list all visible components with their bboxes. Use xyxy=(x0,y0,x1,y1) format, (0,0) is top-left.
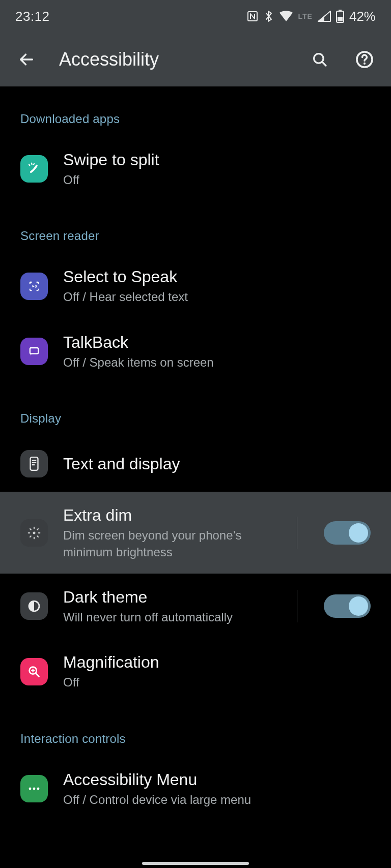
page-title: Accessibility xyxy=(59,49,287,70)
row-dark-theme[interactable]: Dark theme Will never turn off automatic… xyxy=(0,574,391,639)
wifi-icon xyxy=(279,11,293,22)
svg-point-9 xyxy=(33,531,36,534)
svg-point-12 xyxy=(29,788,32,790)
row-subtitle: Off xyxy=(63,172,366,188)
arrow-left-icon xyxy=(18,51,35,68)
select-to-speak-icon xyxy=(20,273,48,300)
search-icon xyxy=(311,51,328,68)
toggle-extra-dim[interactable] xyxy=(324,521,371,545)
signal-icon xyxy=(318,11,331,22)
status-bar: 23:12 LTE 42% xyxy=(0,0,391,33)
row-subtitle: Off xyxy=(63,674,366,691)
battery-percent: 42% xyxy=(349,9,376,24)
row-text-and-display[interactable]: Text and display xyxy=(0,436,391,492)
extra-dim-icon xyxy=(20,519,48,547)
row-extra-dim[interactable]: Extra dim Dim screen beyond your phone’s… xyxy=(0,492,391,574)
swipe-to-split-icon xyxy=(20,155,48,183)
text-display-icon xyxy=(20,450,48,477)
accessibility-menu-icon xyxy=(20,775,48,802)
magnification-icon xyxy=(20,658,48,685)
section-header-downloaded: Downloaded apps xyxy=(0,86,391,136)
svg-rect-8 xyxy=(31,457,38,470)
svg-point-14 xyxy=(37,788,40,790)
bluetooth-icon xyxy=(264,10,274,23)
row-subtitle: Off / Hear selected text xyxy=(63,289,366,305)
row-title: Select to Speak xyxy=(63,266,366,287)
row-title: Magnification xyxy=(63,652,366,672)
row-accessibility-menu[interactable]: Accessibility Menu Off / Control device … xyxy=(0,756,391,821)
row-select-to-speak[interactable]: Select to Speak Off / Hear selected text xyxy=(0,253,391,318)
divider xyxy=(297,517,297,549)
section-header-interaction: Interaction controls xyxy=(0,704,391,756)
section-header-screen-reader: Screen reader xyxy=(0,201,391,253)
talkback-icon xyxy=(20,338,48,365)
row-swipe-to-split[interactable]: Swipe to split Off xyxy=(0,136,391,201)
row-title: Accessibility Menu xyxy=(63,769,366,790)
row-subtitle: Off / Speak items on screen xyxy=(63,354,366,371)
svg-point-13 xyxy=(33,788,36,790)
row-subtitle: Dim screen beyond your phone’s minimum b… xyxy=(63,527,274,560)
row-title: Dark theme xyxy=(63,587,274,607)
help-icon xyxy=(355,50,374,69)
row-talkback[interactable]: TalkBack Off / Speak items on screen xyxy=(0,319,391,384)
row-title: Swipe to split xyxy=(63,149,366,170)
divider xyxy=(297,590,297,622)
settings-list: Downloaded apps Swipe to split Off Scree… xyxy=(0,86,391,821)
dark-theme-icon xyxy=(20,592,48,620)
svg-rect-7 xyxy=(30,348,38,354)
section-header-display: Display xyxy=(0,384,391,436)
help-button[interactable] xyxy=(352,47,377,72)
status-time: 23:12 xyxy=(15,9,50,24)
back-button[interactable] xyxy=(14,47,39,72)
search-button[interactable] xyxy=(308,47,332,72)
row-subtitle: Off / Control device via large menu xyxy=(63,792,366,808)
nfc-icon xyxy=(246,10,259,22)
lte-label: LTE xyxy=(298,12,313,20)
battery-icon xyxy=(336,10,344,23)
row-magnification[interactable]: Magnification Off xyxy=(0,639,391,704)
svg-rect-3 xyxy=(338,17,343,21)
row-title: TalkBack xyxy=(63,332,366,352)
row-title: Text and display xyxy=(63,454,366,474)
status-icons: LTE 42% xyxy=(246,9,376,24)
toggle-dark-theme[interactable] xyxy=(324,594,371,618)
row-subtitle: Will never turn off automatically xyxy=(63,609,274,625)
gesture-nav-handle[interactable] xyxy=(142,862,249,865)
row-title: Extra dim xyxy=(63,505,274,525)
svg-point-6 xyxy=(364,63,366,65)
app-bar: Accessibility xyxy=(0,33,391,86)
